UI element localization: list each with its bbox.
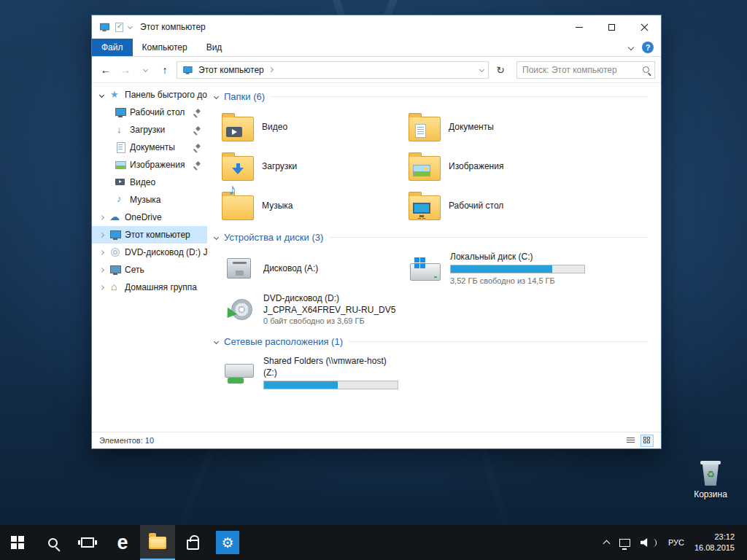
taskbar-edge-button[interactable]: e (105, 525, 140, 560)
drive-free-space: 3,52 ГБ свободно из 14,5 ГБ (450, 276, 585, 285)
sidebar-item-dvd-drive[interactable]: DVD-дисковод (D:) J_ (92, 244, 207, 261)
sidebar-item-quick-access[interactable]: Панель быстрого дос (92, 86, 207, 104)
sidebar-item-documents[interactable]: Документы (92, 139, 207, 156)
folder-icon (222, 195, 254, 220)
refresh-button[interactable] (492, 61, 508, 79)
network-grid: Shared Folders (\\vmware-host) (Z:) (222, 352, 655, 394)
taskbar-settings-button[interactable] (210, 525, 245, 560)
search-icon (48, 538, 58, 548)
qat-customize-chevron-icon[interactable] (128, 23, 133, 28)
hidden-icons-button[interactable] (599, 525, 614, 560)
folders-grid: Видео Документы Загрузки Изображения (222, 107, 655, 225)
sidebar-item-onedrive[interactable]: OneDrive (92, 209, 207, 226)
tab-view[interactable]: Вид (197, 39, 232, 56)
collapse-section-chevron-icon[interactable] (214, 235, 219, 240)
folder-label: Документы (449, 122, 494, 132)
sidebar-item-music[interactable]: Музыка (92, 191, 207, 209)
sidebar-item-pictures[interactable]: Изображения (92, 156, 207, 174)
breadcrumb[interactable]: Этот компьютер (198, 65, 264, 75)
tab-computer[interactable]: Компьютер (133, 39, 197, 56)
clock[interactable]: 23:12 16.08.2015 (691, 532, 743, 553)
forward-button[interactable] (117, 61, 133, 79)
minimize-button[interactable] (562, 15, 595, 39)
ribbon-tab-bar: Файл Компьютер Вид ? (92, 39, 661, 57)
start-button[interactable] (0, 525, 35, 560)
sidebar-item-homegroup[interactable]: Домашняя группа (92, 279, 207, 296)
up-button[interactable] (157, 61, 173, 79)
windows-logo-icon (11, 536, 24, 549)
drive-item-floppy-a[interactable]: Дисковод (A:) (222, 248, 409, 289)
collapse-section-chevron-icon[interactable] (214, 94, 219, 99)
details-view-icon (627, 438, 635, 444)
folder-item-videos[interactable]: Видео (222, 107, 409, 147)
expand-chevron-icon[interactable] (98, 92, 104, 97)
collapse-chevron-icon[interactable] (98, 232, 104, 237)
desktop-icon (115, 106, 126, 118)
collapse-chevron-icon[interactable] (98, 249, 104, 254)
taskbar-store-button[interactable] (175, 525, 210, 560)
collapse-chevron-icon[interactable] (98, 214, 104, 219)
thumbnails-view-button[interactable] (640, 435, 654, 447)
folder-item-pictures[interactable]: Изображения (409, 147, 595, 186)
sidebar-item-this-pc[interactable]: Этот компьютер (92, 226, 207, 244)
drive-item-dvd-d[interactable]: DVD-дисковод (D:) J_CPRA_X64FREV_RU-RU_D… (222, 289, 409, 330)
qat-properties-icon[interactable] (115, 23, 123, 32)
navigation-pane: Панель быстрого дос Рабочий стол Загрузк… (92, 83, 207, 432)
collapse-chevron-icon[interactable] (98, 267, 104, 272)
search-box[interactable] (516, 61, 655, 79)
close-button[interactable] (628, 15, 661, 39)
network-tray-button[interactable] (614, 525, 635, 560)
quick-access-star-icon (109, 89, 121, 101)
address-dropdown-chevron[interactable] (479, 67, 484, 72)
sidebar-item-videos[interactable]: Видео (92, 174, 207, 191)
folder-item-documents[interactable]: Документы (409, 107, 595, 147)
tab-file[interactable]: Файл (92, 39, 133, 56)
dvd-drive-icon (224, 298, 253, 320)
ribbon-expand-chevron-icon[interactable] (628, 44, 634, 50)
collapse-chevron-icon[interactable] (98, 284, 104, 289)
section-header-folders[interactable]: Папки (6) (214, 91, 655, 102)
details-view-button[interactable] (624, 435, 637, 447)
explorer-window: Этот компьютер Файл Компьютер Вид ? (91, 15, 662, 449)
language-indicator[interactable]: РУС (662, 538, 691, 547)
back-button[interactable] (98, 61, 114, 79)
taskbar-explorer-button[interactable] (140, 525, 175, 560)
address-bar[interactable]: Этот компьютер (177, 61, 489, 79)
section-header-network[interactable]: Сетевые расположения (1) (214, 336, 655, 347)
folder-item-music[interactable]: Музыка (222, 186, 409, 225)
task-view-icon (81, 537, 94, 548)
section-header-devices[interactable]: Устройства и диски (3) (214, 232, 655, 243)
homegroup-icon (109, 281, 121, 293)
task-view-button[interactable] (70, 525, 105, 560)
sidebar-item-desktop[interactable]: Рабочий стол (92, 104, 207, 121)
dvd-icon (109, 246, 121, 258)
tray-time: 23:12 (714, 532, 735, 541)
recent-locations-chevron[interactable] (137, 61, 153, 79)
tray-date: 16.08.2015 (694, 543, 735, 552)
maximize-button[interactable] (595, 15, 628, 39)
recycle-bin[interactable]: Корзина (689, 459, 732, 499)
sidebar-item-downloads[interactable]: Загрузки (92, 121, 207, 139)
folder-item-downloads[interactable]: Загрузки (222, 147, 409, 186)
sidebar-item-label: Сеть (125, 265, 207, 275)
taskbar-search-button[interactable] (35, 525, 70, 560)
section-title: Устройства и диски (3) (224, 232, 323, 243)
title-bar[interactable]: Этот компьютер (92, 15, 661, 39)
network-item-shared-folders[interactable]: Shared Folders (\\vmware-host) (Z:) (222, 352, 409, 394)
thumbnails-view-icon (643, 437, 651, 445)
status-bar: Элементов: 10 (92, 432, 661, 448)
drive-item-local-c[interactable]: Локальный диск (C:) 3,52 ГБ свободно из … (409, 248, 595, 289)
folder-icon (222, 156, 254, 181)
search-icon[interactable] (643, 66, 649, 73)
volume-tray-button[interactable] (635, 525, 662, 560)
window-controls (562, 15, 661, 39)
sidebar-item-network[interactable]: Сеть (92, 261, 207, 279)
collapse-section-chevron-icon[interactable] (214, 339, 219, 344)
store-icon (187, 540, 199, 550)
breadcrumb-chevron-icon[interactable] (268, 67, 274, 72)
desktop: Этот компьютер Файл Компьютер Вид ? (0, 0, 747, 525)
folder-item-desktop[interactable]: Рабочий стол (409, 186, 595, 225)
search-input[interactable] (522, 65, 643, 75)
this-pc-icon (109, 229, 121, 241)
help-icon[interactable]: ? (642, 42, 654, 53)
